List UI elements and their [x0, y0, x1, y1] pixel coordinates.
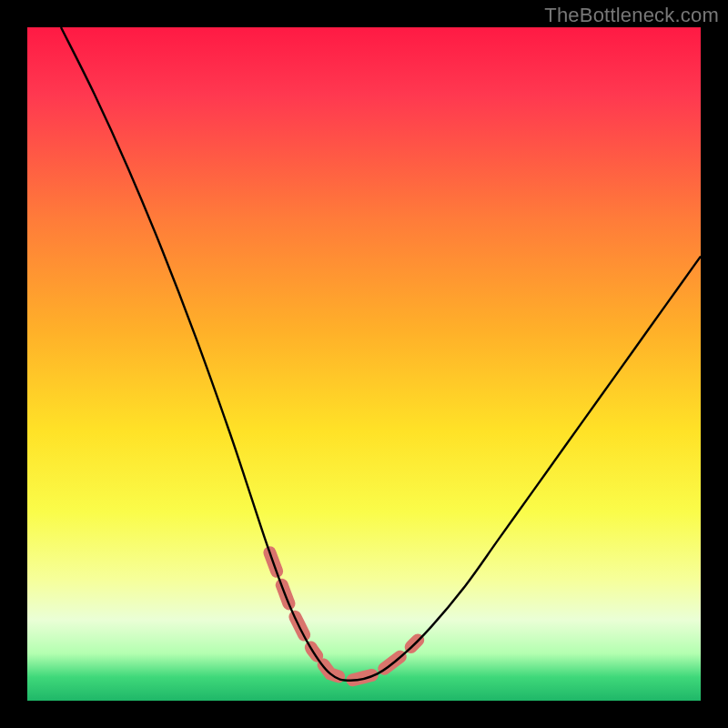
gradient-background — [27, 27, 701, 701]
chart-svg — [27, 27, 701, 701]
chart-frame: TheBottleneck.com — [0, 0, 728, 728]
watermark-text: TheBottleneck.com — [544, 4, 719, 27]
chart-plot-area — [27, 27, 701, 701]
